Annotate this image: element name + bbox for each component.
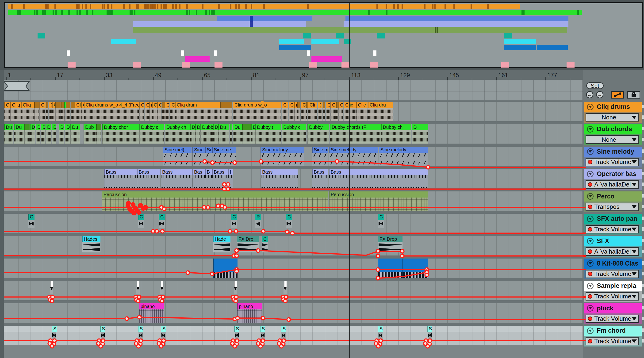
audio-clip-waveform[interactable] [338,108,343,121]
clip-name[interactable]: C [301,102,306,108]
clip-name[interactable]: Dubby c [140,124,164,130]
clip-name[interactable]: D [52,124,56,130]
unfold-icon[interactable] [587,283,594,289]
clip-name[interactable]: Dubby chor [102,124,139,130]
clip-name[interactable]: I [228,169,233,175]
audio-clip-waveform[interactable] [368,108,393,121]
audio-clip-waveform[interactable] [49,108,52,121]
audio-clip-waveform[interactable] [30,130,35,144]
midi-clip-notes[interactable] [329,198,428,211]
clip-name[interactable]: C [165,102,170,108]
clip-name[interactable] [297,102,300,108]
clip-name[interactable]: C [40,102,46,108]
clip-body[interactable] [213,242,230,252]
audio-clip-waveform[interactable] [381,130,411,144]
automation-device-dropdown[interactable]: Transpos [586,203,638,211]
clip-name[interactable]: C [282,102,288,108]
clip-name[interactable]: Bass [104,169,136,175]
clip-name[interactable]: Dub [84,124,96,130]
clip-name[interactable]: Dubby chords (F [330,124,381,130]
clip-name[interactable]: ( [318,102,322,108]
clip-name[interactable]: FX Drop [378,236,402,242]
automation-device-dropdown[interactable]: Track Volume [586,315,638,323]
midi-clip-notes[interactable] [102,198,328,211]
clip-name[interactable]: C [52,102,55,108]
clip-body[interactable] [52,332,56,339]
clip-name[interactable] [306,102,308,108]
track-header-pluck[interactable]: pluck [584,303,642,314]
audio-clip-waveform[interactable] [59,130,64,144]
clip-body[interactable] [378,332,382,339]
clip-name[interactable]: Bass [137,169,160,175]
clip-name[interactable]: ( [294,102,297,108]
clip-name[interactable]: Dubby c [282,124,306,130]
track-header-autopan[interactable]: SFX auto pan [584,214,642,224]
audio-clip-waveform[interactable] [149,108,152,121]
track-header-sample[interactable]: Sample repla [584,281,642,291]
clip-name[interactable] [242,124,251,130]
clip-name[interactable]: B [205,169,212,175]
clip-name[interactable]: Dubby ch [165,124,190,130]
clip-piano-strip[interactable] [402,272,428,278]
clip-body[interactable] [28,220,34,228]
clip-name[interactable]: Dubby ch [381,124,411,130]
clip-name[interactable]: D [230,124,232,130]
audio-clip-waveform[interactable] [233,130,242,144]
audio-clip-waveform[interactable] [102,130,139,144]
midi-clip-notes[interactable] [139,310,164,323]
audio-clip-waveform[interactable] [255,130,281,144]
audio-clip-waveform[interactable] [140,108,144,121]
midi-clip-notes[interactable] [379,153,428,166]
audio-clip-waveform[interactable] [218,130,229,144]
clip-name[interactable]: C [231,214,237,220]
track-header-sine[interactable]: Sine melody [584,147,642,157]
clip-body[interactable] [161,332,166,339]
clip-body[interactable] [378,242,402,252]
audio-clip-waveform[interactable] [14,130,24,144]
clip-body[interactable] [138,332,143,339]
unfold-icon[interactable] [587,126,594,133]
clip-name[interactable] [234,281,237,287]
audio-clip-waveform[interactable] [165,108,170,121]
clip-body[interactable] [235,332,239,339]
midi-clip-notes[interactable] [228,175,233,188]
midi-clip[interactable] [378,259,403,272]
audio-clip-waveform[interactable] [81,108,84,121]
audio-clip-waveform[interactable] [412,130,428,144]
clip-body[interactable] [234,287,237,294]
audio-clip-waveform[interactable] [220,108,232,121]
track-header-perc[interactable]: Perco [584,191,642,202]
clip-name[interactable]: Bas [192,169,205,175]
audio-clip-waveform[interactable] [282,130,306,144]
midi-clip-notes[interactable] [163,153,192,166]
audio-clip-waveform[interactable] [294,108,297,121]
clip-body[interactable] [284,287,287,294]
audio-clip-waveform[interactable] [84,130,96,144]
audio-clip-waveform[interactable] [75,108,81,121]
clip-name[interactable]: Hade [213,236,230,242]
midi-clip-notes[interactable] [237,310,262,323]
clip-name[interactable]: C [338,102,343,108]
clip-name[interactable]: Du [14,124,24,130]
audio-clip-waveform[interactable] [233,108,281,121]
midi-clip-notes[interactable] [260,153,304,166]
audio-clip-waveform[interactable] [190,130,195,144]
clip-name[interactable] [220,102,232,108]
clip-name[interactable]: Du [4,124,13,130]
clip-name[interactable]: S [260,326,265,332]
clip-name[interactable]: C [4,102,10,108]
audio-clip-waveform[interactable] [46,130,51,144]
audio-clip-waveform[interactable] [165,130,190,144]
midi-clip-notes[interactable] [312,175,328,188]
clip-name[interactable] [323,102,325,108]
audio-clip-waveform[interactable] [140,130,164,144]
audio-clip-waveform[interactable] [144,108,149,121]
clip-name[interactable]: D [412,124,428,130]
audio-clip-waveform[interactable] [10,108,21,121]
audio-clip-waveform[interactable] [230,130,232,144]
clip-name[interactable]: S [427,326,432,332]
midi-clip-notes[interactable] [212,175,228,188]
midi-clip-notes[interactable] [329,153,378,166]
clip-name[interactable]: Sine mel( [163,147,192,153]
audio-clip-waveform[interactable] [65,130,70,144]
